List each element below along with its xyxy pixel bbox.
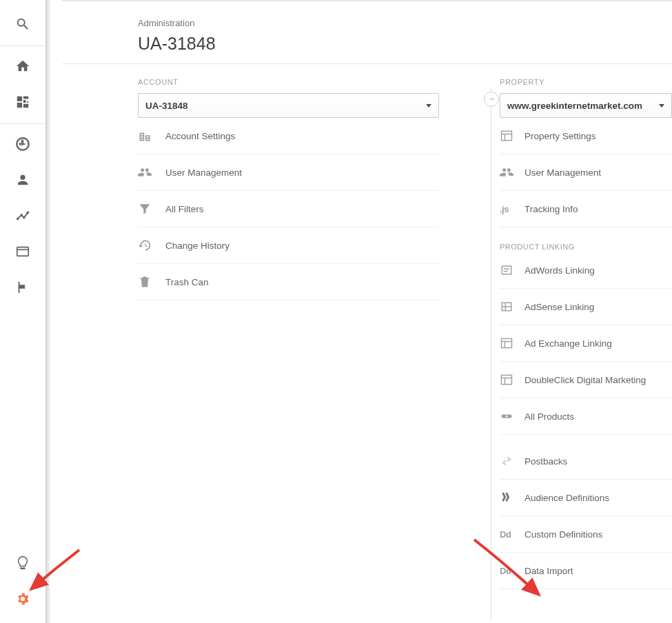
sidebar-search[interactable] bbox=[0, 7, 45, 43]
ad-exchange-linking-row[interactable]: Ad Exchange Linking bbox=[500, 325, 672, 362]
audience-icon bbox=[500, 491, 525, 504]
people-icon bbox=[500, 165, 525, 179]
adwords-linking-row[interactable]: AdWords Linking bbox=[500, 252, 672, 289]
sidebar-shadow bbox=[45, 0, 51, 623]
row-label: AdWords Linking bbox=[525, 265, 595, 276]
row-label: Tracking Info bbox=[525, 204, 578, 214]
left-sidebar bbox=[0, 0, 45, 623]
divider bbox=[0, 45, 45, 46]
adsense-linking-row[interactable]: AdSense Linking bbox=[500, 289, 672, 325]
layout-icon bbox=[500, 336, 525, 350]
property-user-management-row[interactable]: User Management bbox=[500, 154, 672, 191]
column-divider bbox=[491, 88, 491, 620]
svg-rect-16 bbox=[502, 338, 512, 347]
property-selected-value: www.greekinternetmarket.com bbox=[507, 101, 642, 111]
property-selector[interactable]: www.greekinternetmarket.com bbox=[500, 93, 672, 118]
sidebar-customization[interactable] bbox=[0, 85, 45, 121]
adwords-icon bbox=[500, 263, 525, 277]
svg-rect-19 bbox=[502, 375, 512, 384]
svg-point-2 bbox=[20, 214, 23, 216]
row-label: Postbacks bbox=[525, 456, 567, 467]
sidebar-acquisition[interactable] bbox=[0, 198, 45, 234]
chevron-down-icon bbox=[426, 104, 431, 108]
dd-icon: Dd bbox=[500, 566, 525, 576]
account-selector[interactable]: UA-31848 bbox=[138, 93, 439, 118]
property-settings-row[interactable]: Property Settings bbox=[500, 118, 672, 154]
row-label: Ad Exchange Linking bbox=[525, 338, 612, 349]
divider bbox=[0, 123, 45, 124]
row-label: Change History bbox=[165, 241, 230, 251]
search-icon bbox=[15, 17, 30, 34]
property-tracking-info-row[interactable]: .js Tracking Info bbox=[500, 191, 672, 227]
lightbulb-icon bbox=[15, 555, 30, 573]
account-trash-row[interactable]: Trash Can bbox=[138, 264, 439, 300]
sidebar-home[interactable] bbox=[0, 49, 45, 85]
history-icon bbox=[138, 238, 165, 252]
account-settings-row[interactable]: Account Settings bbox=[138, 118, 439, 154]
row-label: All Products bbox=[525, 411, 574, 422]
adsense-icon bbox=[500, 300, 525, 314]
account-user-management-row[interactable]: User Management bbox=[138, 154, 439, 191]
svg-rect-7 bbox=[502, 131, 512, 140]
js-icon: .js bbox=[500, 204, 525, 214]
row-label: Property Settings bbox=[525, 131, 596, 141]
admin-columns: ACCOUNT UA-31848 Account Settings User M… bbox=[62, 64, 672, 620]
account-column-label: ACCOUNT bbox=[138, 78, 439, 86]
svg-point-4 bbox=[27, 211, 30, 214]
row-label: Account Settings bbox=[165, 131, 235, 141]
sidebar-admin[interactable] bbox=[0, 582, 45, 617]
person-icon bbox=[15, 172, 30, 190]
page-subtitle: Administration bbox=[138, 18, 672, 28]
row-label: Custom Definitions bbox=[525, 529, 602, 540]
home-icon bbox=[15, 59, 30, 76]
doubleclick-linking-row[interactable]: DoubleClick Digital Marketing bbox=[500, 362, 672, 398]
move-property-button[interactable] bbox=[484, 92, 499, 107]
sidebar-discover[interactable] bbox=[0, 546, 45, 582]
data-import-row[interactable]: Dd Data Import bbox=[500, 553, 672, 589]
postback-icon bbox=[500, 454, 525, 468]
link-icon bbox=[500, 409, 525, 423]
product-linking-header: PRODUCT LINKING bbox=[500, 227, 672, 252]
people-icon bbox=[138, 165, 165, 179]
account-all-filters-row[interactable]: All Filters bbox=[138, 191, 439, 227]
sidebar-conversions[interactable] bbox=[0, 270, 45, 306]
row-label: DoubleClick Digital Marketing bbox=[525, 375, 646, 385]
svg-rect-10 bbox=[502, 266, 511, 274]
arrow-right-icon bbox=[488, 94, 496, 105]
dd-icon: Dd bbox=[500, 529, 525, 540]
filter-icon bbox=[138, 202, 165, 216]
dashboard-icon bbox=[15, 94, 30, 112]
audience-definitions-row[interactable]: Audience Definitions bbox=[500, 480, 672, 516]
postbacks-row[interactable]: Postbacks bbox=[500, 443, 672, 480]
all-products-row[interactable]: All Products bbox=[500, 398, 672, 435]
account-column: ACCOUNT UA-31848 Account Settings User M… bbox=[138, 78, 458, 620]
row-label: Audience Definitions bbox=[525, 493, 609, 503]
account-change-history-row[interactable]: Change History bbox=[138, 227, 439, 264]
trash-icon bbox=[138, 275, 165, 289]
sidebar-behavior[interactable] bbox=[0, 234, 45, 270]
chevron-down-icon bbox=[659, 104, 664, 108]
layout-icon bbox=[500, 129, 525, 143]
account-selected-value: UA-31848 bbox=[145, 101, 188, 111]
svg-rect-23 bbox=[505, 416, 507, 417]
clock-icon bbox=[15, 136, 30, 154]
layout-icon bbox=[500, 373, 525, 387]
row-label: AdSense Linking bbox=[525, 302, 594, 312]
row-label: User Management bbox=[525, 167, 601, 178]
browser-icon bbox=[15, 244, 30, 261]
flag-icon bbox=[15, 280, 30, 297]
sidebar-realtime[interactable] bbox=[0, 127, 45, 163]
sidebar-audience[interactable] bbox=[0, 163, 45, 198]
page-title: UA-31848 bbox=[138, 34, 672, 54]
row-label: User Management bbox=[165, 167, 242, 178]
row-label: All Filters bbox=[165, 204, 204, 214]
svg-point-3 bbox=[23, 216, 26, 218]
custom-definitions-row[interactable]: Dd Custom Definitions bbox=[500, 516, 672, 553]
gear-icon bbox=[15, 591, 30, 609]
row-label: Trash Can bbox=[165, 277, 209, 287]
row-label: Data Import bbox=[525, 566, 573, 576]
building-icon bbox=[138, 129, 165, 143]
share-icon bbox=[15, 208, 30, 225]
svg-rect-5 bbox=[17, 247, 29, 256]
property-column-label: PROPERTY bbox=[500, 78, 672, 86]
